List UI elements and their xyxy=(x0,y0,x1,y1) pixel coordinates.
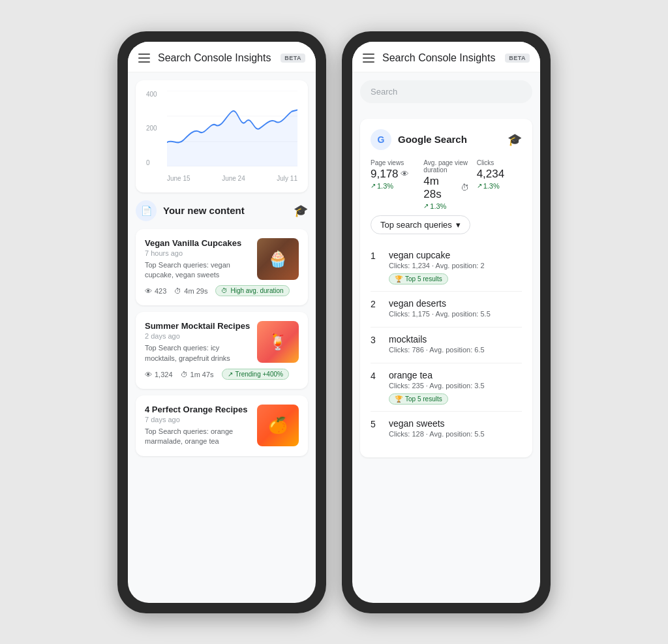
content-info-1: Summer Mocktail Recipes 2 days ago Top S… xyxy=(145,321,250,363)
hamburger-icon[interactable] xyxy=(138,54,150,63)
right-content: Search G Google Search 🎓 Page views 9,17… xyxy=(352,72,540,473)
metric-duration: Avg. page view duration 4m 28s ⏱ ↗ 1.3% xyxy=(423,159,468,210)
content-time-0: 7 hours ago xyxy=(145,249,250,257)
query-stats-4: Clicks: 128 · Avg. position: 5.5 xyxy=(389,430,522,438)
right-phone: Search Console Insights BETA Search G Go… xyxy=(342,31,551,613)
duration-trend: ↗ 1.3% xyxy=(423,202,468,210)
left-content: 400 200 0 xyxy=(128,72,316,470)
content-queries-0: Top Search queries: vegan cupcake, vegan… xyxy=(145,260,250,281)
duration-stat-1: ⏱ 1m 47s xyxy=(181,371,214,378)
content-info-2: 4 Perfect Orange Recipes 7 days ago Top … xyxy=(145,405,250,447)
hamburger-icon-right[interactable] xyxy=(363,54,374,63)
beta-badge-left: BETA xyxy=(281,54,305,63)
help-icon-left[interactable]: 🎓 xyxy=(294,204,308,218)
top5-badge-3: 🏆 Top 5 results xyxy=(389,393,448,405)
views-stat-0: 👁 423 xyxy=(145,287,166,295)
content-card-top-1: Summer Mocktail Recipes 2 days ago Top S… xyxy=(145,321,299,363)
google-search-card: G Google Search 🎓 Page views 9,178 👁 ↗ xyxy=(360,119,532,457)
duration-value: 4m 28s ⏱ xyxy=(423,175,468,201)
top-queries-dropdown[interactable]: Top search queries ▾ xyxy=(371,215,470,234)
y-label-0: 0 xyxy=(146,159,164,166)
content-thumb-0: 🧁 xyxy=(257,238,299,280)
content-info-0: Vegan Vanilla Cupcakes 7 hours ago Top S… xyxy=(145,238,250,281)
document-icon: 📄 xyxy=(136,200,157,221)
query-item-2[interactable]: 3 mocktails Clicks: 786 · Avg. position:… xyxy=(371,328,522,363)
app-bar-left: Search Console Insights BETA xyxy=(128,42,316,72)
clicks-number: 4,234 xyxy=(477,168,505,181)
query-details-4: vegan sweets Clicks: 128 · Avg. position… xyxy=(389,418,522,440)
query-name-0: vegan cupcake xyxy=(389,250,522,260)
badge-text-0: High avg. duration xyxy=(230,287,283,294)
query-num-4: 5 xyxy=(371,419,381,440)
content-time-2: 7 days ago xyxy=(145,416,250,423)
x-label-july11: July 11 xyxy=(277,175,297,182)
query-item-4[interactable]: 5 vegan sweets Clicks: 128 · Avg. positi… xyxy=(371,412,522,447)
query-item-1[interactable]: 2 vegan deserts Clicks: 1,175 · Avg. pos… xyxy=(371,292,522,328)
query-num-3: 4 xyxy=(371,371,381,405)
clicks-value: 4,234 xyxy=(477,168,522,181)
clicks-label: Clicks xyxy=(477,159,522,166)
search-placeholder: Search xyxy=(371,87,397,97)
query-details-1: vegan deserts Clicks: 1,175 · Avg. posit… xyxy=(389,298,522,320)
pageviews-trend: ↗ 1.3% xyxy=(371,182,416,190)
content-stats-0: 👁 423 ⏱ 4m 29s ⏱ High avg. duration xyxy=(145,285,299,296)
clock-badge-icon-0: ⏱ xyxy=(221,287,228,294)
views-value-0: 423 xyxy=(155,287,166,295)
trend-arrow-1: ↗ xyxy=(423,202,429,209)
views-stat-1: 👁 1,324 xyxy=(145,371,173,378)
pageviews-label: Page views xyxy=(371,159,416,166)
metric-clicks: Clicks 4,234 ↗ 1.3% xyxy=(477,159,522,210)
query-stats-0: Clicks: 1,234 · Avg. position: 2 xyxy=(389,262,522,269)
google-header: G Google Search 🎓 xyxy=(371,129,522,150)
trend-value-0: 1.3% xyxy=(377,182,393,190)
duration-number: 4m 28s xyxy=(423,175,458,201)
x-label-june15: June 15 xyxy=(167,175,190,182)
trend-arrow-2: ↗ xyxy=(477,182,482,189)
content-card-1[interactable]: Summer Mocktail Recipes 2 days ago Top S… xyxy=(136,312,308,389)
content-queries-2: Top Search queries: orange marmalade, or… xyxy=(145,427,250,447)
query-num-0: 1 xyxy=(371,251,381,284)
badge-text-1: Trending +400% xyxy=(235,371,283,378)
trophy-icon-3: 🏆 xyxy=(395,395,402,403)
help-icon-right[interactable]: 🎓 xyxy=(508,132,522,147)
pageviews-number: 9,178 xyxy=(371,168,399,181)
query-num-2: 3 xyxy=(371,335,381,356)
clock-icon-0: ⏱ xyxy=(174,287,181,295)
chart-container: 400 200 0 xyxy=(146,91,297,182)
query-details-3: orange tea Clicks: 235 · Avg. position: … xyxy=(389,370,522,405)
eye-icon-metric: 👁 xyxy=(401,169,409,179)
pageviews-value: 9,178 👁 xyxy=(371,168,416,181)
top5-badge-0: 🏆 Top 5 results xyxy=(389,273,448,284)
content-card-0[interactable]: Vegan Vanilla Cupcakes 7 hours ago Top S… xyxy=(136,229,308,306)
chart-card: 400 200 0 xyxy=(136,80,308,192)
content-thumb-2: 🍊 xyxy=(257,405,299,446)
duration-stat-0: ⏱ 4m 29s xyxy=(174,287,207,295)
new-content-header: 📄 Your new content 🎓 xyxy=(136,200,308,221)
google-search-title: Google Search xyxy=(398,134,501,145)
query-stats-2: Clicks: 786 · Avg. position: 6.5 xyxy=(389,346,522,354)
duration-label: Avg. page view duration xyxy=(423,159,468,174)
query-num-1: 2 xyxy=(371,299,381,320)
mocktails-thumb-image: 🍹 xyxy=(257,321,299,363)
chart-area xyxy=(167,91,297,166)
google-g-icon: G xyxy=(371,129,391,150)
app-title-left: Search Console Insights xyxy=(158,52,273,64)
x-label-june24: June 24 xyxy=(222,175,245,182)
query-item-3[interactable]: 4 orange tea Clicks: 235 · Avg. position… xyxy=(371,363,522,412)
duration-value-0: 4m 29s xyxy=(184,287,207,295)
content-card-top-0: Vegan Vanilla Cupcakes 7 hours ago Top S… xyxy=(145,238,299,281)
content-card-2[interactable]: 4 Perfect Orange Recipes 7 days ago Top … xyxy=(136,395,308,456)
query-item-0[interactable]: 1 vegan cupcake Clicks: 1,234 · Avg. pos… xyxy=(371,243,522,292)
query-stats-3: Clicks: 235 · Avg. position: 3.5 xyxy=(389,382,522,390)
clock-icon-metric: ⏱ xyxy=(461,183,469,192)
metric-pageviews: Page views 9,178 👁 ↗ 1.3% xyxy=(371,159,416,210)
eye-icon-1: 👁 xyxy=(145,371,152,378)
chart-svg xyxy=(167,91,297,166)
beta-badge-right: BETA xyxy=(505,54,530,63)
right-screen: Search Console Insights BETA Search G Go… xyxy=(352,42,540,603)
content-title-1: Summer Mocktail Recipes xyxy=(145,321,250,331)
query-name-4: vegan sweets xyxy=(389,418,522,429)
search-bar[interactable]: Search xyxy=(360,80,532,103)
y-label-200: 200 xyxy=(146,125,164,132)
query-stats-1: Clicks: 1,175 · Avg. position: 5.5 xyxy=(389,310,522,318)
